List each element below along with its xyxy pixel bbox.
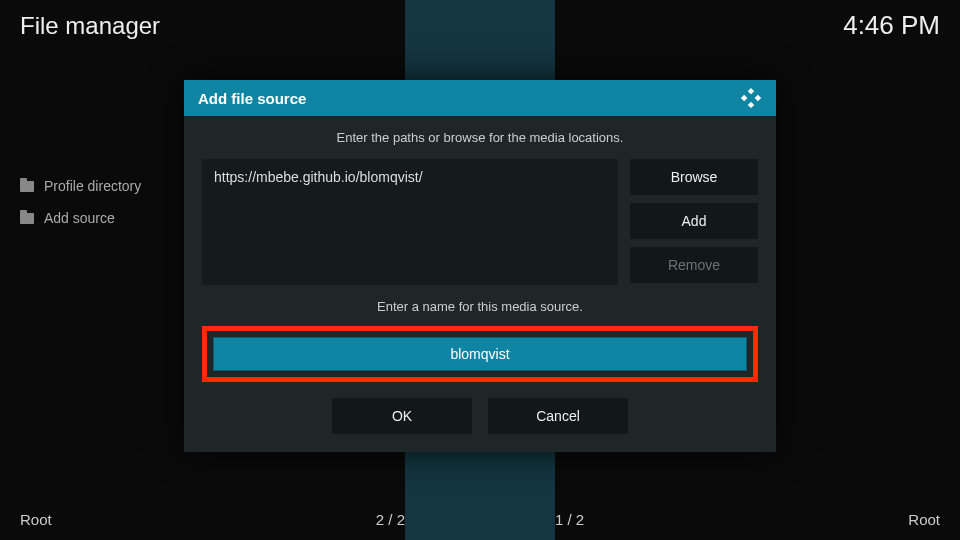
add-button[interactable]: Add [630, 203, 758, 239]
path-input[interactable]: https://mbebe.github.io/blomqvist/ [202, 159, 618, 285]
dialog-header: Add file source [184, 80, 776, 116]
sidebar-item-label: Profile directory [44, 178, 141, 194]
page-title: File manager [20, 12, 160, 40]
dialog-body: Enter the paths or browse for the media … [184, 116, 776, 452]
source-name-input[interactable]: blomqvist [213, 337, 747, 371]
path-value: https://mbebe.github.io/blomqvist/ [214, 169, 423, 185]
side-buttons: Browse Add Remove [630, 159, 758, 285]
footer-pager-right: 1 / 2 [555, 511, 584, 528]
folder-icon [20, 213, 34, 224]
highlight-annotation: blomqvist [202, 326, 758, 382]
add-file-source-dialog: Add file source Enter the paths or brows… [184, 80, 776, 452]
dialog-title: Add file source [198, 90, 306, 107]
source-name-value: blomqvist [450, 346, 509, 362]
svg-rect-3 [748, 102, 754, 108]
clock: 4:46 PM [843, 10, 940, 41]
footer-right-root: Root [908, 511, 940, 528]
svg-rect-1 [741, 95, 747, 101]
ok-button[interactable]: OK [332, 398, 472, 434]
footer-left-root: Root [20, 511, 52, 528]
folder-icon [20, 181, 34, 192]
footer-bar: Root 2 / 2 1 / 2 Root [20, 511, 940, 528]
footer-pager-left: 2 / 2 [376, 511, 405, 528]
browse-button[interactable]: Browse [630, 159, 758, 195]
sidebar-item-add-source[interactable]: Add source [20, 202, 141, 234]
footer-center: 2 / 2 1 / 2 [376, 511, 584, 528]
remove-button: Remove [630, 247, 758, 283]
svg-rect-0 [748, 88, 754, 94]
dialog-actions: OK Cancel [202, 398, 758, 434]
kodi-logo-icon [740, 87, 762, 109]
paths-row: https://mbebe.github.io/blomqvist/ Brows… [202, 159, 758, 285]
cancel-button[interactable]: Cancel [488, 398, 628, 434]
svg-rect-2 [755, 95, 761, 101]
sidebar: Profile directory Add source [20, 170, 141, 234]
sidebar-item-label: Add source [44, 210, 115, 226]
header-bar: File manager 4:46 PM [20, 10, 940, 41]
name-instruction: Enter a name for this media source. [202, 299, 758, 314]
sidebar-item-profile-directory[interactable]: Profile directory [20, 170, 141, 202]
paths-instruction: Enter the paths or browse for the media … [202, 130, 758, 145]
